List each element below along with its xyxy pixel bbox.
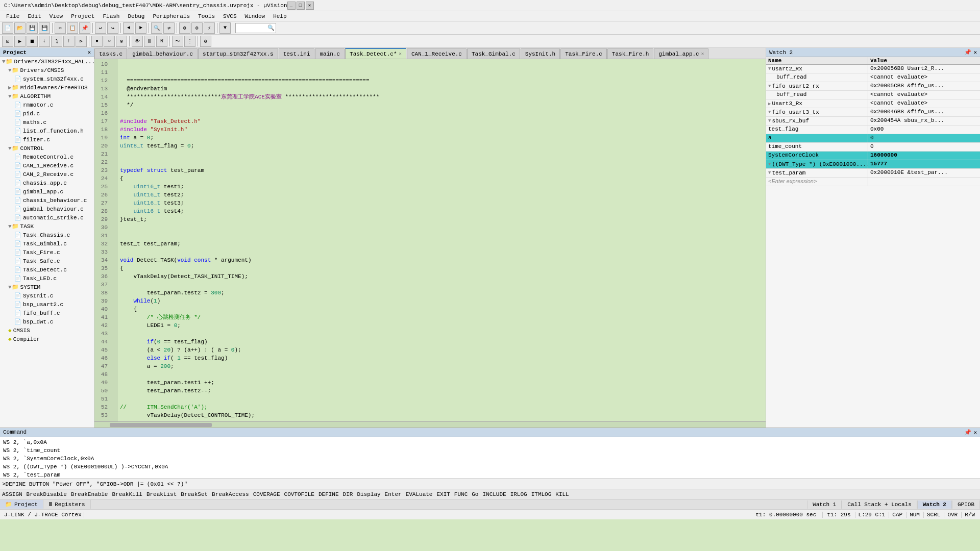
tb-debug-start[interactable]: ▶ (14, 36, 26, 47)
tree-drivers-hal[interactable]: ▼ 📁 Drivers/STM32F4xx_HAL... (0, 57, 94, 66)
ac-func[interactable]: FUNC (454, 491, 468, 497)
ac-evaluate[interactable]: EVALuate (406, 491, 433, 497)
tb-copy[interactable]: 📋 (67, 22, 78, 34)
tab-gpiob[interactable]: GPIOB (952, 500, 980, 509)
tab-test-ini[interactable]: test.ini (279, 48, 315, 59)
tab-can1-receive[interactable]: CAN_1_Receive.c (407, 48, 467, 59)
tree-drivers-cmsis[interactable]: ▼ 📁 Drivers/CMSIS (0, 66, 94, 74)
tb-step-into[interactable]: ↓ (39, 36, 50, 47)
project-close-icon[interactable]: ✕ (87, 49, 91, 56)
ac-break-set[interactable]: BreakSet (181, 491, 208, 497)
menu-tools[interactable]: Tools (194, 12, 219, 20)
ac-go[interactable]: Go (472, 491, 478, 497)
command-pin-icon[interactable]: 📌 (964, 429, 971, 436)
tb-logic[interactable]: ⋮ (184, 36, 195, 47)
menu-flash[interactable]: Flash (99, 12, 124, 20)
tree-chassis-behav[interactable]: 📄chassis_behaviour.c (0, 196, 94, 205)
tree-list-func[interactable]: 📄list_of_function.h (0, 127, 94, 135)
tree-chassis-app[interactable]: 📄chassis_app.c (0, 179, 94, 187)
tree-task-fire[interactable]: 📄Task_Fire.c (0, 248, 94, 257)
ac-exit[interactable]: EXIT (436, 491, 450, 497)
menu-help[interactable]: Help (269, 12, 290, 20)
watch-close-icon[interactable]: ✕ (973, 49, 977, 56)
tree-middlewares[interactable]: ▶ 📁 Middlewares/FreeRTOS (0, 83, 94, 92)
ac-irlog[interactable]: IRLOG (510, 491, 527, 497)
tree-task-gimbal[interactable]: 📄Task_Gimbal.c (0, 239, 94, 248)
menu-debug[interactable]: Debug (124, 12, 149, 20)
tb-build[interactable]: ⚙ (179, 22, 190, 34)
menu-file[interactable]: File (2, 12, 23, 20)
watch-row-buff-read-2[interactable]: buff_read <cannot evaluate> (766, 91, 980, 99)
tree-system[interactable]: ▼ 📁 SYSTEM (0, 283, 94, 291)
ac-itmlog[interactable]: ITMLOG (531, 491, 552, 497)
ac-covtofile[interactable]: COVTOFILE (284, 491, 314, 497)
tab-task-gimbal[interactable]: Task_Gimbal.c (467, 48, 520, 59)
tree-task-safe[interactable]: 📄Task_Safe.c (0, 257, 94, 265)
tb-download[interactable]: ▼ (219, 22, 231, 34)
tree-system-stm32[interactable]: 📄 system_stm32f4xx.c (0, 74, 94, 83)
tb-nav-fwd[interactable]: ► (135, 22, 146, 34)
tb-undo[interactable]: ↩ (95, 22, 106, 34)
tb-run-cursor[interactable]: ⊳ (76, 36, 87, 47)
tb-search[interactable]: 🔍 (151, 22, 162, 34)
ac-include[interactable]: INCLUDE (482, 491, 506, 497)
tab-watch-2[interactable]: Watch 2 (917, 500, 952, 509)
ac-assign[interactable]: ASSIGN (2, 491, 22, 497)
ac-display[interactable]: Display (357, 491, 380, 497)
tab-main-c[interactable]: main.c (315, 48, 345, 59)
cmd-input[interactable] (2, 481, 978, 487)
ac-enter[interactable]: Enter (385, 491, 402, 497)
tb-open[interactable]: 📂 (14, 22, 26, 34)
watch-expr-input[interactable] (768, 178, 866, 184)
tree-remote[interactable]: 📄RemoteControl.c (0, 153, 94, 161)
watch-pin-icon[interactable]: 📌 (964, 49, 971, 56)
menu-svcs[interactable]: SVCS (219, 12, 240, 20)
tb-replace[interactable]: ⇄ (163, 22, 175, 34)
ac-kill[interactable]: KILL (555, 491, 569, 497)
tb-compile[interactable]: ⚡ (204, 22, 215, 34)
tab-gimbal-close-icon[interactable]: ✕ (701, 51, 704, 57)
tree-task[interactable]: ▼ 📁 TASK (0, 222, 94, 231)
tab-task-fire-h[interactable]: Task_Fire.h (607, 48, 654, 59)
tree-task-detect[interactable]: 📄Task_Detect.c (0, 265, 94, 274)
tree-rmmotor[interactable]: 📄rmmotor.c (0, 101, 94, 109)
tb-reset[interactable]: ⊡ (2, 36, 13, 47)
watch-row-enter-expr[interactable] (766, 178, 980, 186)
tree-gimbal-app[interactable]: 📄gimbal_app.c (0, 187, 94, 196)
tb-cut[interactable]: ✂ (55, 22, 66, 34)
tree-algorithm[interactable]: ▼ 📁 ALGORITHM (0, 92, 94, 101)
code-content[interactable]: ========================================… (118, 59, 766, 421)
tree-control[interactable]: ▼ 📁 CONTROL (0, 144, 94, 153)
tb-bp-clear[interactable]: ⊗ (116, 36, 127, 47)
ac-break-list[interactable]: BreakList (146, 491, 177, 497)
watch-row-buff-read-1[interactable]: buff_read <cannot evaluate> (766, 73, 980, 82)
menu-window[interactable]: Window (241, 12, 270, 20)
search-input[interactable] (237, 25, 267, 31)
tree-bsp-usart2[interactable]: 📄bsp_usart2.c (0, 300, 94, 309)
tab-sysinit-h[interactable]: SysInit.h (521, 48, 560, 59)
ac-dir[interactable]: DIR (343, 491, 353, 497)
tree-sysinit[interactable]: 📄SysInit.c (0, 291, 94, 300)
tb-redo[interactable]: ↪ (107, 22, 118, 34)
menu-peripherals[interactable]: Peripherals (149, 12, 194, 20)
tb-paste[interactable]: 📌 (79, 22, 90, 34)
tab-watch-1[interactable]: Watch 1 (807, 500, 842, 509)
ac-break-enable[interactable]: BreakEnable (71, 491, 108, 497)
tree-task-led[interactable]: 📄Task_LED.c (0, 274, 94, 283)
tb-nav-back[interactable]: ◄ (123, 22, 134, 34)
tree-filter[interactable]: 📄filter.c (0, 135, 94, 144)
tb-regs[interactable]: R (156, 36, 167, 47)
watch-row-usart3rx[interactable]: ▶ Usart3_Rx <cannot evaluate> (766, 99, 980, 108)
tree-task-chassis[interactable]: 📄Task_Chassis.c (0, 231, 94, 239)
menu-view[interactable]: View (45, 12, 67, 20)
tab-task-detect[interactable]: Task_Detect.c* ✕ (345, 48, 406, 59)
code-hscrollbar[interactable] (94, 421, 766, 428)
tb-settings[interactable]: ⚙ (200, 36, 211, 47)
watch-row-usart2rx[interactable]: ▼ Usart2_Rx 0x200056B8 Usart2_R... (766, 65, 980, 73)
ac-break-access[interactable]: BreakAccess (212, 491, 249, 497)
tb-rebuild[interactable]: ⚙ (191, 22, 203, 34)
tree-maths[interactable]: 📄maths.c (0, 118, 94, 127)
search-box[interactable]: 🔍 (235, 23, 276, 33)
watch-row-test-flag[interactable]: test_flag 0x00 (766, 126, 980, 134)
menu-edit[interactable]: Edit (23, 12, 45, 20)
